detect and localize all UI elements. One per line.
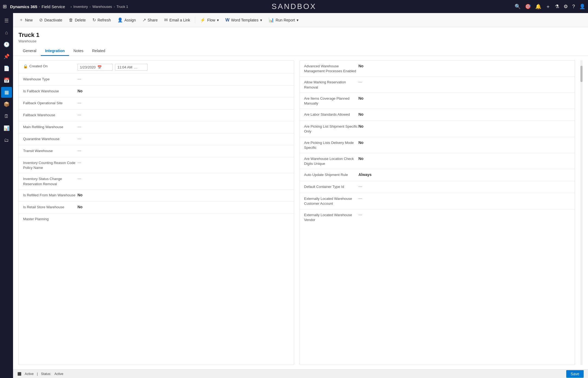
form-row-master-planning: Master Planning	[19, 213, 294, 225]
word-templates-button[interactable]: W Word Templates ▾	[223, 16, 265, 24]
tab-bar: General Integration Notes Related	[13, 46, 588, 56]
status-label: Status:	[41, 372, 51, 376]
status-active-label: Active	[25, 372, 34, 376]
value-adv-warehouse: No	[359, 63, 571, 68]
separator-1	[195, 17, 195, 23]
form-row-allow-marking: Allow Marking Reservation Removal ---	[300, 77, 575, 93]
form-row-is-fallback: Is Fallback Warehouse No	[19, 86, 294, 97]
tab-integration[interactable]: Integration	[41, 46, 69, 56]
sidebar-item-pinned[interactable]: 📌	[1, 51, 12, 62]
value-inv-counting: ---	[77, 160, 290, 165]
label-is-refilled: Is Refilled From Main Warehouse	[23, 192, 77, 198]
label-transit: Transit Warehouse	[23, 148, 77, 153]
plus-icon[interactable]: ＋	[546, 3, 550, 10]
bc-warehouses[interactable]: Warehouses	[92, 5, 112, 9]
form-row-is-refilled: Is Refilled From Main Warehouse No	[19, 190, 294, 201]
value-is-retail: No	[77, 204, 290, 209]
bell-icon[interactable]: 🔔	[535, 4, 541, 10]
form-row-inv-status: Inventory Status Change Reservation Remo…	[19, 173, 294, 189]
run-report-button[interactable]: 📊 Run Report ▾	[266, 16, 301, 24]
refresh-button[interactable]: ↻ Refresh	[90, 16, 114, 24]
label-inv-counting: Inventory Counting Reason Code Policy Na…	[23, 160, 77, 170]
breadcrumb: › Inventory › Warehouses › Truck 1	[70, 5, 128, 9]
value-quarantine: ---	[77, 136, 290, 141]
bc-inventory[interactable]: Inventory	[73, 5, 88, 9]
value-main-refilling: ---	[77, 124, 290, 129]
sidebar-item-records[interactable]: 🗂	[1, 135, 12, 146]
run-report-label: Run Report	[276, 18, 295, 22]
sidebar-item-menu[interactable]: ☰	[1, 15, 12, 26]
share-label: Share	[148, 18, 158, 22]
calendar-icon[interactable]: 📅	[97, 65, 102, 69]
user-icon[interactable]: 👤	[579, 4, 585, 10]
right-form-panel: Advanced Warehouse Management Processes …	[300, 60, 575, 365]
form-row-default-container: Default Container Type Id ---	[300, 181, 575, 193]
value-picking-delivery: No	[359, 140, 571, 145]
target-icon[interactable]: 🎯	[525, 4, 531, 10]
page-title: Truck 1	[18, 32, 583, 39]
grid-icon[interactable]: ⊞	[3, 4, 7, 10]
value-fallback-op-site: ---	[77, 100, 290, 105]
save-button[interactable]: Save	[566, 370, 584, 378]
status-bar: ⬛ Active | Status: Active Save	[13, 369, 588, 378]
delete-icon: 🗑	[69, 18, 73, 23]
settings-icon[interactable]: ⚙	[564, 4, 568, 10]
value-fallback-warehouse: ---	[77, 112, 290, 117]
search-icon[interactable]: 🔍	[515, 4, 521, 10]
flow-label: Flow	[207, 18, 215, 22]
label-main-refilling: Main Refilling Warehouse	[23, 124, 77, 130]
tab-related[interactable]: Related	[88, 46, 110, 56]
email-label: Email a Link	[169, 18, 190, 22]
label-ext-customer: Externally Located Warehouse Customer Ac…	[304, 196, 359, 206]
form-row-transit: Transit Warehouse ---	[19, 145, 294, 157]
date-input[interactable]: 1/23/2020 📅	[77, 64, 113, 71]
sidebar-item-recent[interactable]: 🕐	[1, 39, 12, 50]
form-row-adv-warehouse: Advanced Warehouse Management Processes …	[300, 61, 575, 77]
value-picking-shipment: No	[359, 124, 571, 128]
value-labor-standards: No	[359, 112, 571, 116]
scrollbar-thumb[interactable]	[580, 66, 583, 82]
assign-label: Assign	[125, 18, 136, 22]
share-button[interactable]: ↗ Share	[140, 16, 160, 24]
run-report-chevron: ▾	[297, 18, 298, 22]
value-is-refilled: No	[77, 192, 290, 197]
sidebar-item-home[interactable]: ⌂	[1, 27, 12, 38]
value-allow-marking: ---	[359, 79, 571, 84]
value-warehouse-type: ---	[77, 76, 290, 81]
form-row-created-on: 🔒 Created On 1/23/2020 📅 11:04 AM …	[19, 61, 294, 74]
filter-icon[interactable]: ⚗	[555, 4, 559, 10]
value-ext-vendor: ---	[359, 212, 571, 217]
label-allow-marking: Allow Marking Reservation Removal	[304, 79, 359, 90]
form-row-picking-delivery: Are Picking Lists Delivery Mode Specific…	[300, 137, 575, 153]
tab-general[interactable]: General	[18, 46, 41, 56]
label-adv-warehouse: Advanced Warehouse Management Processes …	[304, 63, 359, 74]
tab-notes[interactable]: Notes	[69, 46, 88, 56]
time-input[interactable]: 11:04 AM …	[115, 64, 148, 71]
new-button[interactable]: ＋ New	[16, 15, 35, 24]
label-items-coverage: Are Items Coverage Planned Manually	[304, 96, 359, 106]
new-label: New	[25, 18, 33, 22]
delete-button[interactable]: 🗑 Delete	[66, 16, 88, 24]
new-icon: ＋	[19, 17, 23, 23]
help-icon[interactable]: ?	[572, 4, 575, 10]
label-labor-standards: Are Labor Standards Allowed	[304, 112, 359, 117]
sidebar-item-docs[interactable]: 📄	[1, 63, 12, 74]
flow-chevron: ▾	[217, 18, 219, 22]
form-row-warehouse-location: Are Warehouse Location Check Digits Uniq…	[300, 153, 575, 169]
label-warehouse-type: Warehouse Type	[23, 76, 77, 82]
bc-truck1[interactable]: Truck 1	[116, 5, 128, 9]
status-value: Active	[54, 372, 63, 376]
app-label[interactable]: Field Service	[42, 4, 65, 9]
sidebar-item-schedule[interactable]: 🗓	[1, 111, 12, 122]
assign-button[interactable]: 👤 Assign	[115, 16, 139, 24]
flow-button[interactable]: ⚡ Flow ▾	[197, 16, 222, 24]
deactivate-button[interactable]: ⊘ Deactivate	[36, 16, 65, 24]
brand-label[interactable]: Dynamics 365	[10, 4, 37, 9]
sidebar-item-box[interactable]: 📦	[1, 99, 12, 110]
value-ext-customer: ---	[359, 196, 571, 201]
sidebar-item-analytics[interactable]: 📊	[1, 123, 12, 134]
sidebar-item-inventory[interactable]: ▦	[1, 87, 12, 98]
right-scrollbar[interactable]	[580, 60, 583, 365]
email-link-button[interactable]: ✉ Email a Link	[161, 16, 193, 24]
sidebar-item-calendar[interactable]: 📅	[1, 75, 12, 86]
